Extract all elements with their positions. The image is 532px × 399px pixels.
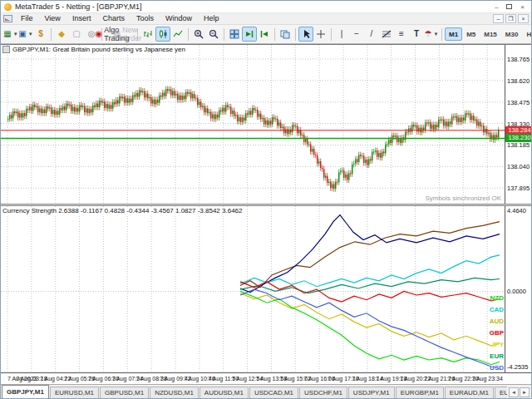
new-chart-button[interactable]: ▦▼: [3, 27, 18, 42]
candles-chart-icon: [158, 29, 168, 39]
text-tool-icon: T: [414, 30, 419, 38]
chart-tab-usdjpy-m1[interactable]: USDJPY,M1: [348, 387, 395, 399]
candles-chart-button[interactable]: [155, 27, 170, 42]
vertical-line-icon: |: [341, 30, 343, 38]
chart-tab-euraud-m1[interactable]: EURAUD,M1: [445, 387, 494, 399]
indicator-scale: 4.46400.0000-4.2535: [505, 206, 532, 372]
close-icon[interactable]: ×: [520, 3, 525, 11]
algo-trading-icon: ◉: [96, 30, 103, 38]
chart-tab-nzdusd-m1[interactable]: NZDUSD,M1: [150, 387, 199, 399]
cursor-button[interactable]: [298, 27, 313, 42]
toolbar-separator: [331, 28, 332, 41]
indicator-axis-label: 0.0000: [507, 288, 526, 295]
timeframe-m15[interactable]: M15: [480, 27, 501, 41]
tile-windows-icon: [229, 29, 239, 39]
market-watch-button[interactable]: $: [33, 27, 48, 42]
time-axis[interactable]: 7 Aug 20237 Aug 03:187 Aug 04:227 Aug 05…: [1, 372, 532, 385]
data-window-icon: ▢: [72, 30, 80, 38]
toolbar-separator: [188, 28, 189, 41]
menu-tools[interactable]: Tools: [131, 13, 160, 24]
indicator-header: Currency Strength 2.6388 -0.1167 0.4828 …: [2, 207, 243, 214]
level-price-badge: 138.230: [505, 134, 532, 142]
child-close-icon[interactable]: ×: [518, 14, 529, 23]
strength-line-chf: [240, 222, 500, 288]
currency-label-usd: USD: [490, 364, 504, 372]
crosshair-button[interactable]: [313, 27, 328, 42]
menu-help[interactable]: Help: [198, 13, 225, 24]
menu-view[interactable]: View: [39, 13, 66, 24]
metatrader-window: MetaTrader 5 - Netting - [GBPJPY,M1] – ×…: [0, 0, 532, 399]
new-order-button[interactable]: ▦New Order: [120, 27, 135, 42]
chart-tab-eurgbp-m1[interactable]: EURGBP,M1: [396, 387, 444, 399]
main-chart-pane[interactable]: GBPJPY,M1: Great Britain pound sterling …: [1, 45, 505, 204]
text-tool-button[interactable]: T: [409, 27, 424, 42]
price-axis[interactable]: 138.765138.620138.475138.330138.185138.0…: [505, 45, 532, 385]
price-tick-label: 137.895: [507, 185, 530, 192]
strength-line-aud: [240, 293, 500, 346]
currency-label-aud: AUD: [490, 318, 504, 325]
price-tick-label: 138.185: [507, 141, 530, 149]
currency-label-jpy: JPY: [491, 341, 504, 348]
windows-list-button[interactable]: [278, 27, 293, 42]
menu-file[interactable]: File: [15, 13, 39, 24]
timeframe-m1[interactable]: M1: [445, 27, 462, 41]
timeframe-h1[interactable]: H1: [522, 27, 532, 41]
window-title: MetaTrader 5 - Netting - [GBPJPY,M1]: [15, 2, 495, 11]
chart-tab-bar: GBPJPY,M1EURUSD,M1GBPUSD,M1NZDUSD,M1AUDU…: [1, 384, 531, 399]
toolbar-separator: [224, 28, 224, 41]
horizontal-line-icon: −: [354, 30, 359, 38]
equidistant-channel-button[interactable]: ≡: [394, 27, 409, 42]
vertical-line-button[interactable]: |: [334, 27, 349, 42]
tile-windows-button[interactable]: [227, 27, 242, 42]
tab-scroll-right-icon[interactable]: ►: [520, 387, 530, 397]
profiles-button[interactable]: ▣▼: [18, 27, 33, 42]
toolbar-separator: [441, 28, 442, 41]
chart-shift-button[interactable]: [257, 27, 272, 42]
chart-tab-eurnzd-m1[interactable]: EURNZD,M1: [495, 387, 507, 399]
new-order-label: New Order: [122, 26, 141, 42]
line-chart-button[interactable]: [170, 27, 185, 42]
trendline-button[interactable]: /: [364, 27, 379, 42]
minimize-icon[interactable]: –: [495, 3, 498, 11]
child-window-controls: – ❐ ×: [493, 14, 531, 23]
trendline-icon: /: [371, 30, 373, 38]
zoom-out-button[interactable]: [206, 27, 221, 42]
strength-line-cad: [240, 255, 500, 287]
arrows-tool-button[interactable]: ☂▼: [424, 27, 439, 42]
auto-scroll-button[interactable]: [242, 27, 257, 42]
data-window-button[interactable]: ▢: [69, 27, 84, 42]
child-minimize-icon[interactable]: –: [493, 14, 504, 23]
zoom-in-button[interactable]: [191, 27, 206, 42]
menu-window[interactable]: Window: [160, 13, 198, 24]
main-chart-svg: [1, 45, 505, 204]
chart-document-icon[interactable]: [3, 15, 12, 22]
menu-insert[interactable]: Insert: [66, 13, 97, 24]
new-order-icon: ▦: [113, 30, 121, 38]
chart-tab-gbpjpy-m1[interactable]: GBPJPY,M1: [2, 385, 49, 399]
indicator-svg: [1, 206, 505, 372]
tab-scroll-left-icon[interactable]: ◄: [509, 387, 519, 397]
maximize-icon[interactable]: [506, 4, 512, 9]
toolbox-button[interactable]: ◆: [54, 27, 69, 42]
timeframe-m5[interactable]: M5: [462, 27, 480, 41]
auto-scroll-icon: [244, 29, 254, 39]
chart-tab-audusd-m1[interactable]: AUDUSD,M1: [200, 387, 249, 399]
chart-tab-usdchf-m1[interactable]: USDCHF,M1: [299, 387, 347, 399]
toolbar-separator: [295, 28, 296, 41]
app-logo-icon: [4, 3, 12, 11]
indicator-axis-label: -4.2535: [507, 363, 528, 371]
timeframe-m30[interactable]: M30: [501, 27, 523, 41]
chart-tab-eurusd-m1[interactable]: EURUSD,M1: [50, 387, 99, 399]
price-tick-label: 138.475: [507, 99, 530, 106]
horizontal-line-button[interactable]: −: [349, 27, 364, 42]
bar-chart-icon: [143, 29, 153, 39]
menu-charts[interactable]: Charts: [96, 13, 131, 24]
indicator-pane[interactable]: Currency Strength 2.6388 -0.1167 0.4828 …: [1, 206, 505, 372]
pane-divider[interactable]: [1, 204, 532, 206]
child-restore-icon[interactable]: ❐: [505, 14, 516, 23]
chevron-down-icon: ▼: [28, 32, 33, 37]
chart-tab-usdcad-m1[interactable]: USDCAD,M1: [249, 387, 298, 399]
chart-tab-gbpusd-m1[interactable]: GBPUSD,M1: [100, 387, 149, 399]
bar-chart-button[interactable]: [140, 27, 155, 42]
fibonacci-button[interactable]: [379, 27, 394, 42]
